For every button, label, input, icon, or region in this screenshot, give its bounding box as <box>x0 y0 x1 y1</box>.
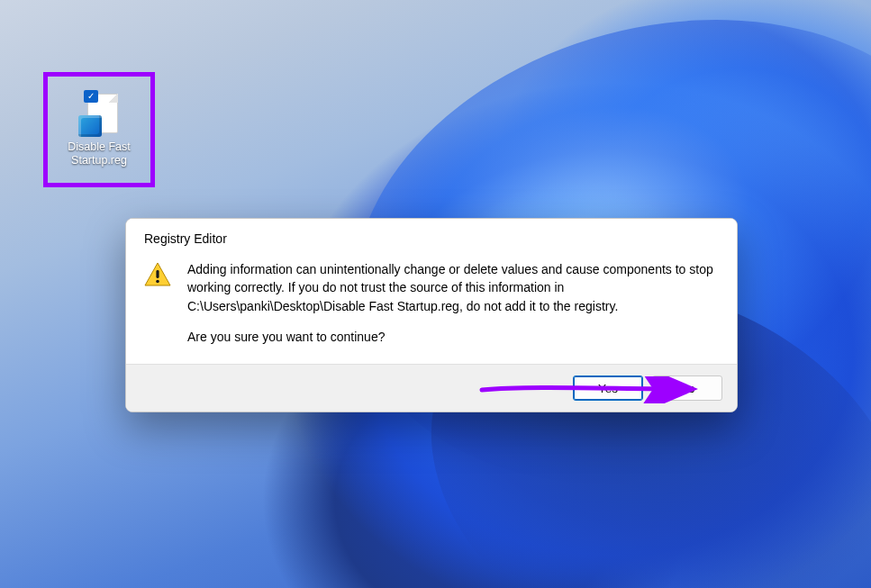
desktop-background: ✓ Disable Fast Startup.reg Registry Edit… <box>0 0 871 588</box>
desktop-icon-reg-file[interactable]: ✓ Disable Fast Startup.reg <box>48 77 150 183</box>
dialog-message-area: Adding information can unintentionally c… <box>187 260 719 346</box>
registry-editor-dialog: Registry Editor Adding information can u… <box>125 218 738 412</box>
dialog-confirm-question: Are you sure you want to continue? <box>187 328 719 346</box>
warning-icon <box>144 262 171 346</box>
reg-file-icon: ✓ <box>78 92 120 137</box>
annotation-highlight-box: ✓ Disable Fast Startup.reg <box>43 72 155 187</box>
dialog-message: Adding information can unintentionally c… <box>187 260 719 315</box>
dialog-title: Registry Editor <box>126 219 737 255</box>
svg-rect-0 <box>156 270 159 278</box>
yes-button[interactable]: Yes <box>573 375 643 401</box>
desktop-icon-label: Disable Fast Startup.reg <box>50 140 149 167</box>
dialog-button-row: Yes No <box>126 364 737 412</box>
no-button[interactable]: No <box>652 375 722 401</box>
dialog-body: Adding information can unintentionally c… <box>126 255 737 364</box>
svg-point-1 <box>156 280 159 284</box>
